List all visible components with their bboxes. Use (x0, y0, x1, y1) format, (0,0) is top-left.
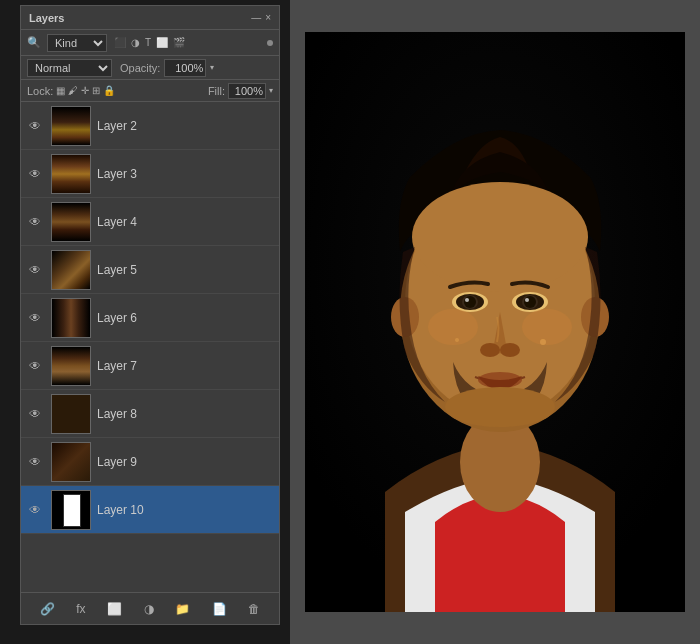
svg-point-22 (522, 309, 572, 345)
layer-name: Layer 10 (97, 503, 275, 517)
layer-visibility-toggle[interactable]: 👁 (25, 260, 45, 280)
kind-select[interactable]: Kind Name Effect Mode (47, 34, 107, 52)
layer-thumbnail (51, 490, 91, 530)
svg-point-6 (412, 182, 588, 292)
link-layers-icon[interactable]: 🔗 (36, 600, 59, 618)
type-filter-icon[interactable]: T (144, 36, 152, 49)
filter-icons: ⬛ ◑ T ⬜ 🎬 (113, 36, 186, 49)
lock-position-icon[interactable]: ✛ (81, 85, 89, 96)
svg-point-16 (525, 298, 529, 302)
eye-icon: 👁 (29, 359, 41, 373)
layer-thumbnail (51, 394, 91, 434)
eye-icon: 👁 (29, 167, 41, 181)
layer-visibility-toggle[interactable]: 👁 (25, 164, 45, 184)
layer-thumbnail (51, 154, 91, 194)
new-fill-adjustment-icon[interactable]: ◑ (140, 600, 158, 618)
layer-name: Layer 7 (97, 359, 275, 373)
layers-list[interactable]: 👁Layer 2👁Layer 3👁Layer 4👁Layer 5👁Layer 6… (21, 102, 279, 592)
fill-label: Fill: (208, 85, 225, 97)
blend-opacity-row: Normal Dissolve Multiply Screen Overlay … (21, 56, 279, 80)
layer-visibility-toggle[interactable]: 👁 (25, 308, 45, 328)
adjustment-filter-icon[interactable]: ◑ (130, 36, 141, 49)
opacity-dropdown-arrow[interactable]: ▾ (210, 63, 214, 72)
new-group-icon[interactable]: 📁 (171, 600, 194, 618)
new-layer-icon[interactable]: 📄 (208, 600, 231, 618)
eye-icon: 👁 (29, 215, 41, 229)
panel-header-icons: — × (251, 12, 271, 23)
layer-item[interactable]: 👁Layer 4 (21, 198, 279, 246)
opacity-input[interactable] (164, 59, 206, 77)
layer-thumbnail (51, 298, 91, 338)
layer-name: Layer 5 (97, 263, 275, 277)
svg-point-20 (445, 387, 555, 427)
eye-icon: 👁 (29, 311, 41, 325)
layer-item[interactable]: 👁Layer 10 (21, 486, 279, 534)
shape-filter-icon[interactable]: ⬜ (155, 36, 169, 49)
filter-search-icon: 🔍 (27, 36, 41, 49)
opacity-label: Opacity: (120, 62, 160, 74)
layer-name: Layer 4 (97, 215, 275, 229)
eye-icon: 👁 (29, 455, 41, 469)
lock-transparency-icon[interactable]: ▦ (56, 85, 65, 96)
layer-visibility-toggle[interactable]: 👁 (25, 500, 45, 520)
smart-filter-icon[interactable]: 🎬 (172, 36, 186, 49)
svg-point-24 (455, 338, 459, 342)
fill-dropdown-arrow[interactable]: ▾ (269, 86, 273, 95)
lock-all-icon[interactable]: 🔒 (103, 85, 115, 96)
close-icon[interactable]: × (265, 12, 271, 23)
eye-icon: 👁 (29, 263, 41, 277)
eye-icon: 👁 (29, 407, 41, 421)
layer-visibility-toggle[interactable]: 👁 (25, 116, 45, 136)
layer-thumbnail (51, 442, 91, 482)
collapse-icon[interactable]: — (251, 12, 261, 23)
layer-thumbnail (51, 346, 91, 386)
svg-point-10 (464, 296, 476, 308)
panel-title: Layers (29, 12, 64, 24)
canvas-area (290, 0, 700, 644)
layer-item[interactable]: 👁Layer 5 (21, 246, 279, 294)
layer-name: Layer 9 (97, 455, 275, 469)
layer-thumbnail (51, 106, 91, 146)
fx-icon[interactable]: fx (72, 600, 89, 618)
svg-point-17 (480, 343, 500, 357)
svg-point-18 (500, 343, 520, 357)
layer-item[interactable]: 👁Layer 8 (21, 390, 279, 438)
lock-artboard-icon[interactable]: ⊞ (92, 85, 100, 96)
layer-visibility-toggle[interactable]: 👁 (25, 212, 45, 232)
panel-footer: 🔗 fx ⬜ ◑ 📁 📄 🗑 (21, 592, 279, 624)
layer-thumbnail (51, 250, 91, 290)
layer-item[interactable]: 👁Layer 2 (21, 102, 279, 150)
layer-name: Layer 6 (97, 311, 275, 325)
lock-fill-row: Lock: ▦ 🖌 ✛ ⊞ 🔒 Fill: ▾ (21, 80, 279, 102)
layer-name: Layer 2 (97, 119, 275, 133)
eye-icon: 👁 (29, 503, 41, 517)
layer-item[interactable]: 👁Layer 3 (21, 150, 279, 198)
svg-point-23 (540, 339, 546, 345)
pixel-filter-icon[interactable]: ⬛ (113, 36, 127, 49)
lock-pixels-icon[interactable]: 🖌 (68, 85, 78, 96)
delete-layer-icon[interactable]: 🗑 (244, 600, 264, 618)
add-mask-icon[interactable]: ⬜ (103, 600, 126, 618)
svg-point-11 (465, 298, 469, 302)
layer-visibility-toggle[interactable]: 👁 (25, 404, 45, 424)
layer-name: Layer 8 (97, 407, 275, 421)
photo-canvas (305, 32, 685, 612)
panel-header: Layers — × (21, 6, 279, 30)
layer-visibility-toggle[interactable]: 👁 (25, 452, 45, 472)
blend-mode-select[interactable]: Normal Dissolve Multiply Screen Overlay (27, 59, 112, 77)
svg-point-21 (428, 309, 478, 345)
eye-icon: 👁 (29, 119, 41, 133)
filter-toggle-dot[interactable] (267, 40, 273, 46)
layer-visibility-toggle[interactable]: 👁 (25, 356, 45, 376)
layers-panel: Layers — × 🔍 Kind Name Effect Mode ⬛ ◑ T… (20, 5, 280, 625)
layer-item[interactable]: 👁Layer 6 (21, 294, 279, 342)
lock-label: Lock: (27, 85, 53, 97)
layer-item[interactable]: 👁Layer 7 (21, 342, 279, 390)
layer-thumbnail (51, 202, 91, 242)
layer-name: Layer 3 (97, 167, 275, 181)
fill-input[interactable] (228, 83, 266, 99)
layer-item[interactable]: 👁Layer 9 (21, 438, 279, 486)
kind-filter-row: 🔍 Kind Name Effect Mode ⬛ ◑ T ⬜ 🎬 (21, 30, 279, 56)
svg-point-15 (524, 296, 536, 308)
